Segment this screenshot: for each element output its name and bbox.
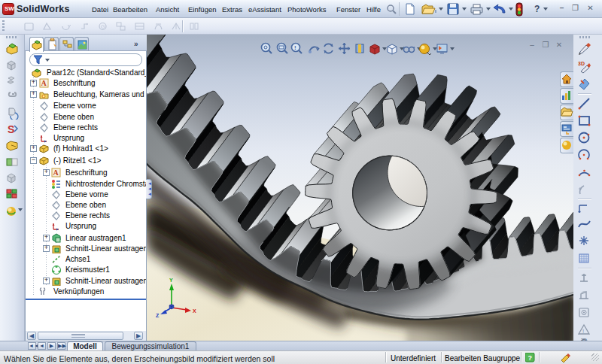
svg-text:A: A [41, 79, 47, 87]
svg-text:G: G [101, 24, 105, 29]
svg-text:Z: Z [156, 313, 160, 318]
svg-text:X: X [193, 308, 196, 314]
svg-text:A: A [53, 168, 59, 177]
svg-text:3D: 3D [578, 61, 585, 66]
svg-text:Y: Y [169, 278, 173, 283]
svg-text:!: ! [582, 328, 584, 335]
svg-text:?: ? [528, 354, 533, 362]
svg-text:!: ! [294, 44, 296, 51]
svg-text:S: S [8, 123, 14, 135]
